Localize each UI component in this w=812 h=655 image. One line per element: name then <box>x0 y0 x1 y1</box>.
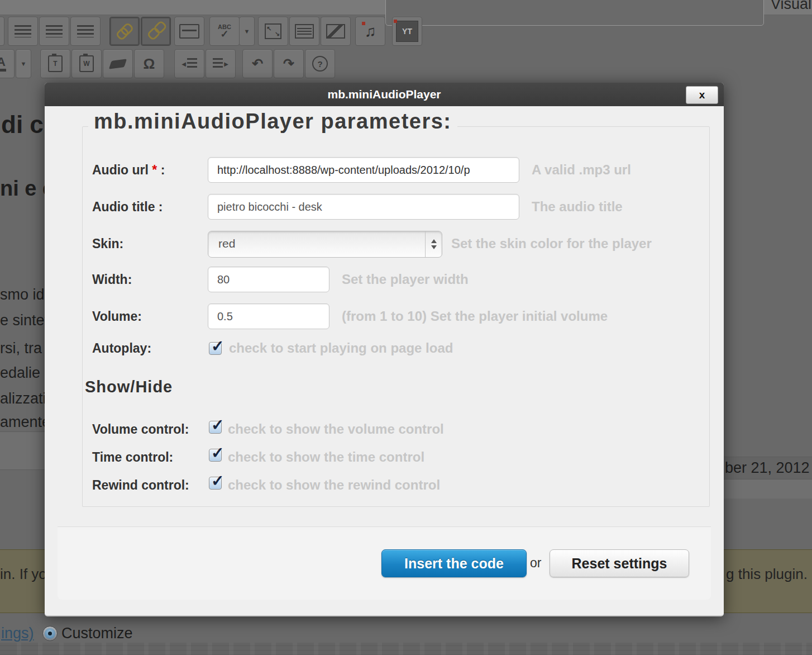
help-button: ? <box>305 49 335 78</box>
redo-button: ↷ <box>274 49 304 78</box>
autoplay-label: Autoplay: <box>92 335 207 361</box>
close-button[interactable]: x <box>686 86 718 104</box>
editor-text-fragment: e sintet <box>0 312 49 329</box>
omega-icon: Ω <box>144 55 155 73</box>
post-title-input <box>385 0 764 26</box>
time-control-hint: check to show the time control <box>228 450 424 464</box>
outdent-icon: ◀ <box>181 58 197 69</box>
editor-text-fragment: edalie <box>0 364 40 382</box>
indent-button: ▶ <box>206 49 236 78</box>
undo-button: ↶ <box>242 49 273 78</box>
link-button <box>109 17 140 46</box>
footer-texture <box>0 643 812 655</box>
rewind-control-checkbox[interactable]: ✓ <box>209 477 222 490</box>
special-character-button: Ω <box>134 49 164 78</box>
audio-url-label: Audio url * : <box>92 157 207 183</box>
width-hint: Set the player width <box>342 267 469 292</box>
image-icon <box>326 24 345 39</box>
indent-icon: ▶ <box>213 58 228 69</box>
audio-url-input[interactable] <box>208 157 519 183</box>
kitchen-sink-icon <box>295 24 314 39</box>
audio-title-hint: The audio title <box>532 194 623 220</box>
width-input[interactable] <box>208 267 329 292</box>
check-icon: ✓ <box>211 416 224 434</box>
chevron-down-icon: ▼ <box>21 60 27 67</box>
editor-text-fragment: rsi, tra <box>0 340 42 357</box>
reset-settings-button[interactable]: Reset settings <box>550 549 689 577</box>
spellcheck-button: ABC ✓ <box>209 17 240 46</box>
unlink-icon <box>145 20 167 42</box>
more-tag-icon <box>179 24 199 39</box>
skin-select[interactable]: red <box>208 231 442 258</box>
insert-code-button[interactable]: Insert the code <box>381 549 527 577</box>
panel-band <box>724 480 812 499</box>
required-asterisk: * <box>152 163 157 177</box>
divider <box>0 431 45 432</box>
fullscreen-icon: ↖ ↘ <box>265 23 281 39</box>
text-color-icon: A <box>0 56 6 72</box>
customize-radio <box>42 626 58 641</box>
audio-shortcode-button: ♫ <box>355 17 385 46</box>
volume-control-checkbox[interactable]: ✓ <box>209 421 222 434</box>
dialog-titlebar: mb.miniAudioPlayer x <box>45 83 724 106</box>
rewind-control-hint: check to show the rewind control <box>228 478 440 492</box>
width-label: Width: <box>92 267 207 292</box>
red-corner-mark <box>394 20 397 23</box>
radio-dot <box>48 632 52 635</box>
fullscreen-button: ↖ ↘ <box>258 17 288 46</box>
volume-input[interactable] <box>208 303 329 329</box>
paste-as-text-button: T <box>40 49 70 78</box>
time-control-label: Time control: <box>92 450 173 464</box>
time-control-checkbox[interactable]: ✓ <box>209 449 222 462</box>
paste-text-icon: T <box>48 55 63 72</box>
customize-label: Customize <box>61 625 133 642</box>
close-icon: x <box>699 89 705 101</box>
skin-hint: Set the skin color for the player <box>451 231 652 257</box>
align-right-button <box>70 17 101 46</box>
editor-heading-fragment: di c <box>1 111 44 139</box>
undo-icon: ↶ <box>252 56 263 72</box>
editor-text-fragment: alizzati <box>0 390 46 407</box>
link-icon <box>113 20 136 42</box>
music-note-icon: ♫ <box>365 23 376 39</box>
paste-word-icon: W <box>79 55 94 72</box>
paste-from-word-button: W <box>71 49 102 78</box>
volume-label: Volume: <box>92 303 207 329</box>
align-center-icon <box>46 25 63 37</box>
more-tag-button <box>174 17 204 46</box>
text-color-dropdown-button: ▼ <box>16 49 31 78</box>
page: Visual ABC ✓ ▼ ↖ ↘ ♫ YT A ▼ T W Ω ◀ ▶ ↶ … <box>0 0 812 655</box>
redo-icon: ↷ <box>283 56 294 72</box>
volume-control-hint: check to show the volume control <box>228 422 444 436</box>
rewind-control-label: Rewind control: <box>92 478 189 492</box>
audio-url-hint: A valid .mp3 url <box>532 157 631 183</box>
settings-link: ings) <box>1 625 34 642</box>
miniaudioplayer-dialog: mb.miniAudioPlayer x mb.miniAudioPlayer … <box>45 83 724 616</box>
volume-control-label: Volume control: <box>92 422 189 436</box>
youtube-icon: YT <box>396 21 418 42</box>
autoplay-hint: check to start playing on page load <box>229 335 453 361</box>
editor-text-fragment: amente <box>0 414 50 431</box>
dialog-title: mb.miniAudioPlayer <box>45 83 724 106</box>
youtube-button: YT <box>392 17 422 46</box>
help-icon: ? <box>312 56 328 72</box>
toolbar-button-cut <box>0 17 4 46</box>
spellcheck-icon: ABC ✓ <box>218 24 231 39</box>
audio-title-input[interactable] <box>208 194 519 220</box>
notice-text-fragment: g this plugin. <box>726 566 808 583</box>
show-hide-heading: Show/Hide <box>85 378 173 396</box>
divider <box>724 457 812 457</box>
text-color-button: A <box>0 49 15 78</box>
check-icon: ✓ <box>211 472 224 490</box>
chevron-down-icon: ▼ <box>244 28 250 35</box>
spellcheck-dropdown-button: ▼ <box>239 17 255 46</box>
volume-hint: (from 1 to 10) Set the player initial vo… <box>342 303 608 329</box>
red-corner-mark <box>362 22 365 25</box>
autoplay-checkbox[interactable]: ✓ <box>209 342 222 355</box>
align-left-icon <box>15 25 31 37</box>
outdent-button: ◀ <box>174 49 204 78</box>
unlink-button <box>141 17 171 46</box>
align-left-button <box>8 17 38 46</box>
check-icon: ✓ <box>211 337 224 355</box>
skin-selected-value: red <box>218 231 235 256</box>
